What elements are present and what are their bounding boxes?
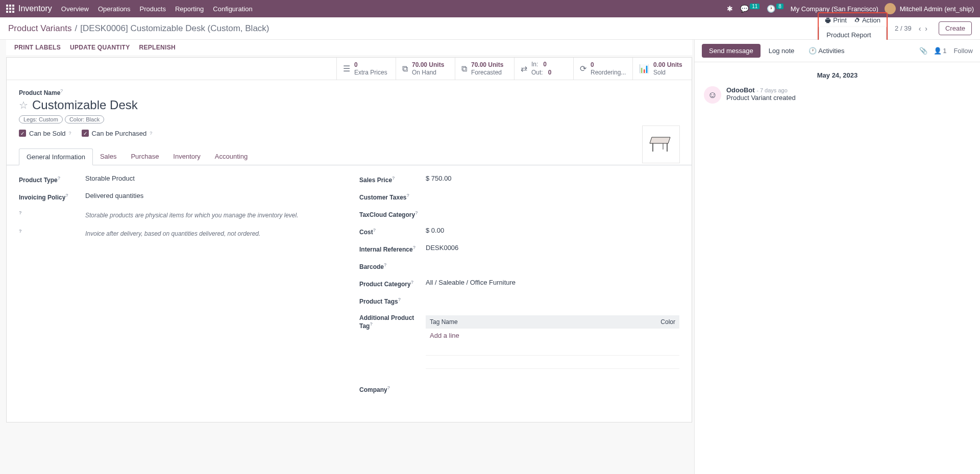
bug-icon[interactable]: ✱ bbox=[727, 5, 733, 13]
product-type-value[interactable]: Storable Product bbox=[85, 174, 339, 182]
th-tag-name: Tag Name bbox=[426, 315, 584, 329]
internal-ref-label: Internal Reference bbox=[359, 246, 413, 253]
date-separator: May 24, 2023 bbox=[704, 71, 971, 79]
svg-rect-4 bbox=[9, 8, 11, 10]
breadcrumb-parent[interactable]: Product Variants bbox=[8, 23, 71, 34]
svg-rect-2 bbox=[12, 5, 14, 7]
chart-icon: 📊 bbox=[639, 64, 649, 73]
form-sheet: ☰ 0Extra Prices ⧉ 70.00 UnitsOn Hand ⧉ 7… bbox=[6, 57, 692, 422]
chatter-body: May 24, 2023 ☺ OdooBot - 7 days ago Prod… bbox=[695, 62, 980, 113]
apps-icon[interactable] bbox=[6, 5, 14, 13]
tab-inventory[interactable]: Inventory bbox=[166, 148, 207, 165]
form-left-col: Product Type? Storable Product Invoicing… bbox=[19, 174, 339, 402]
th-color: Color bbox=[584, 315, 679, 329]
quick-actions: PRINT LABELS UPDATE QUANTITY REPLENISH bbox=[6, 40, 692, 55]
stat-forecasted[interactable]: ⧉ 70.00 UnitsForecasted bbox=[455, 58, 514, 80]
user-menu[interactable]: Mitchell Admin (ent_ship) bbox=[900, 5, 974, 13]
svg-rect-6 bbox=[6, 11, 8, 13]
stat-buttons: ☰ 0Extra Prices ⧉ 70.00 UnitsOn Hand ⧉ 7… bbox=[7, 58, 692, 80]
form-right-col: Sales Price?$ 750.00 Customer Taxes? Tax… bbox=[359, 174, 679, 402]
invoicing-policy-label: Invoicing Policy bbox=[19, 194, 65, 201]
company-selector[interactable]: My Company (San Francisco) bbox=[791, 5, 878, 13]
tab-accounting[interactable]: Accounting bbox=[208, 148, 255, 165]
form-body: Product Type? Storable Product Invoicing… bbox=[7, 165, 692, 422]
send-message-button[interactable]: Send message bbox=[702, 44, 761, 58]
print-button[interactable]: Print bbox=[825, 16, 847, 24]
pager-prev-icon[interactable]: ‹ bbox=[917, 24, 923, 33]
replenish-button[interactable]: REPLENISH bbox=[139, 44, 176, 51]
can-be-sold-check[interactable]: ✓Can be Sold? bbox=[19, 130, 71, 137]
followers-count[interactable]: 👤1 bbox=[934, 47, 946, 55]
table-row bbox=[426, 342, 679, 356]
product-name[interactable]: Customizable Desk bbox=[32, 98, 138, 112]
log-note-button[interactable]: Log note bbox=[763, 44, 801, 58]
svg-rect-5 bbox=[12, 8, 14, 10]
product-tags-label: Product Tags bbox=[359, 298, 398, 305]
additional-tag-label: Additional Product Tag bbox=[359, 314, 414, 330]
nav-reporting[interactable]: Reporting bbox=[175, 5, 204, 13]
stat-sold[interactable]: 📊 0.00 UnitsSold bbox=[632, 58, 692, 80]
clock-badge: 8 bbox=[776, 4, 783, 9]
breadcrumb-title: [DESK0006] Customizable Desk (Custom, Bl… bbox=[80, 23, 269, 34]
internal-ref-value[interactable]: DESK0006 bbox=[426, 244, 679, 252]
action-label: Action bbox=[862, 16, 880, 24]
sales-price-label: Sales Price bbox=[359, 177, 392, 184]
pager[interactable]: 2 / 39 bbox=[895, 24, 912, 32]
category-label: Product Category bbox=[359, 281, 411, 288]
control-bar: Product Variants / [DESK0006] Customizab… bbox=[0, 17, 980, 40]
app-name[interactable]: Inventory bbox=[18, 4, 52, 13]
additional-tag-table: Tag NameColor Add a line bbox=[426, 315, 679, 369]
message-time: - 7 days ago bbox=[756, 87, 788, 93]
cost-value[interactable]: $ 0.00 bbox=[426, 227, 679, 234]
nav-configuration[interactable]: Configuration bbox=[213, 5, 252, 13]
message-body: Product Variant created bbox=[726, 94, 796, 102]
company-label: Company bbox=[359, 386, 387, 393]
storable-hint: Storable products are physical items for… bbox=[85, 211, 339, 220]
chat-icon[interactable]: 💬11 bbox=[740, 5, 760, 13]
sales-price-value[interactable]: $ 750.00 bbox=[426, 174, 679, 182]
nav-operations[interactable]: Operations bbox=[98, 5, 131, 13]
stat-on-hand[interactable]: ⧉ 70.00 UnitsOn Hand bbox=[396, 58, 455, 80]
chatter-panel: Send message Log note 🕐 Activities 📎 👤1 … bbox=[694, 40, 980, 474]
category-value[interactable]: All / Saleable / Office Furniture bbox=[426, 279, 679, 286]
svg-rect-3 bbox=[6, 8, 8, 10]
attachment-icon[interactable]: 📎 bbox=[919, 47, 927, 55]
follow-button[interactable]: Follow bbox=[953, 47, 973, 55]
add-line-button[interactable]: Add a line bbox=[426, 329, 584, 342]
action-button[interactable]: Action bbox=[854, 16, 880, 24]
product-name-label: Product Name bbox=[19, 90, 60, 97]
invoicing-policy-value[interactable]: Delivered quantities bbox=[85, 192, 339, 199]
create-button[interactable]: Create bbox=[939, 21, 972, 35]
print-label: Print bbox=[833, 16, 847, 24]
chatter-topbar: Send message Log note 🕐 Activities 📎 👤1 … bbox=[695, 40, 980, 62]
refresh-icon: ⟳ bbox=[580, 64, 586, 73]
tab-purchase[interactable]: Purchase bbox=[124, 148, 166, 165]
cubes-icon: ⧉ bbox=[461, 64, 467, 73]
stat-transfers[interactable]: ⇄ In:0 Out:0 bbox=[514, 58, 573, 80]
tab-sales[interactable]: Sales bbox=[93, 148, 124, 165]
variant-tag-legs: Legs: Custom bbox=[19, 115, 63, 123]
table-row bbox=[426, 356, 679, 369]
stat-reordering[interactable]: ⟳ 0Reordering... bbox=[573, 58, 632, 80]
can-be-purchased-check[interactable]: ✓Can be Purchased? bbox=[82, 130, 153, 137]
svg-rect-0 bbox=[6, 5, 8, 7]
dropdown-item-product-report[interactable]: Product Report bbox=[826, 31, 871, 39]
favorite-star-icon[interactable]: ☆ bbox=[19, 99, 28, 111]
tab-general-information[interactable]: General Information bbox=[19, 148, 93, 165]
nav-overview[interactable]: Overview bbox=[61, 5, 89, 13]
clock-icon[interactable]: 🕐8 bbox=[767, 5, 783, 13]
product-type-label: Product Type bbox=[19, 177, 58, 184]
variant-tag-color: Color: Black bbox=[65, 115, 104, 123]
pager-next-icon[interactable]: › bbox=[923, 24, 929, 33]
cost-label: Cost bbox=[359, 229, 373, 236]
transfer-icon: ⇄ bbox=[521, 64, 527, 73]
svg-rect-1 bbox=[9, 5, 11, 7]
print-labels-button[interactable]: PRINT LABELS bbox=[14, 44, 61, 51]
customer-taxes-label: Customer Taxes bbox=[359, 194, 406, 201]
update-quantity-button[interactable]: UPDATE QUANTITY bbox=[70, 44, 130, 51]
nav-products[interactable]: Products bbox=[140, 5, 166, 13]
svg-rect-7 bbox=[9, 11, 11, 13]
stat-extra-prices[interactable]: ☰ 0Extra Prices bbox=[336, 58, 396, 80]
title-area: Product Name? ☆ Customizable Desk Legs: … bbox=[7, 80, 692, 141]
activities-button[interactable]: 🕐 Activities bbox=[802, 44, 850, 58]
